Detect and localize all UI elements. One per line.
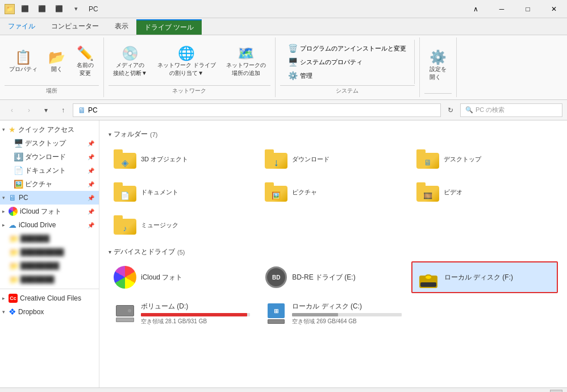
title-bar-left: 📁 ⬛ ⬛ ⬛ ▾ PC — [5, 3, 98, 15]
folder-inner-vid: 🎞️ — [421, 190, 435, 201]
sidebar-item-pc[interactable]: ▾ 🖥 PC 📌 — [0, 191, 99, 205]
icloud-photos-label: iCloud フォト — [20, 207, 85, 216]
cc-label: Creative Cloud Files — [20, 294, 94, 302]
folder-music[interactable]: ♪ ミュージック — [109, 210, 255, 240]
qat-redo[interactable]: ⬛ — [52, 3, 66, 15]
ribbon-btn-manage[interactable]: ⚙️ 管理 — [285, 69, 410, 82]
recent-button[interactable]: ▾ — [39, 103, 53, 118]
sidebar-item-pictures[interactable]: 🖼️ ピクチャ 📌 — [0, 177, 99, 191]
address-input[interactable]: 🖥 PC — [73, 103, 441, 117]
drive-bdre[interactable]: BD BD-RE ドライブ (E:) — [260, 261, 406, 293]
icloud-drive-expand: ▸ — [2, 222, 5, 228]
folder-downloads[interactable]: ↓ ダウンロード — [260, 144, 406, 174]
sidebar-item-icloud-photos[interactable]: ▸ iCloud フォト 📌 — [0, 205, 99, 218]
devices-title: デバイスとドライブ — [114, 247, 175, 257]
folder-pictures[interactable]: 🖼️ ピクチャ — [260, 177, 406, 207]
search-box[interactable]: 🔍 PC の検索 — [460, 103, 562, 117]
sidebar-item-icloud-drive[interactable]: ▸ ☁ iCloud Drive 📌 — [0, 218, 99, 232]
manage-icon: ⚙️ — [288, 71, 298, 80]
drive-volume-d[interactable]: ボリューム (D:) 空き領域 28.1 GB/931 GB — [109, 298, 255, 330]
icloud-drive-icon: ☁ — [9, 220, 16, 230]
volume-d-bar-wrap — [141, 313, 250, 316]
blurred-item-1: 📁 ██████ — [0, 232, 99, 245]
sidebar-item-desktop[interactable]: 🖥️ デスクトップ 📌 — [0, 136, 99, 150]
icloud-photos-icon — [9, 207, 18, 216]
ribbon-btn-rename[interactable]: ✏️ 名前の変更 — [72, 40, 99, 84]
folder-desktop[interactable]: 🖥 デスクトップ — [411, 144, 558, 174]
ribbon-btn-properties[interactable]: 📋 プロパティ — [5, 40, 42, 84]
downloads-icon: ⬇️ — [14, 152, 23, 161]
documents-icon: 📄 — [14, 166, 23, 175]
sidebar-item-creative-cloud[interactable]: ▸ Cc Creative Cloud Files — [0, 291, 99, 305]
qat-undo[interactable]: ⬛ — [35, 3, 49, 15]
tab-drive-tools[interactable]: ドライブ ツール — [136, 19, 202, 35]
ribbon-btn-media[interactable]: 💿 メディアの接続と切断▼ — [109, 40, 152, 84]
forward-button[interactable]: › — [22, 103, 36, 118]
properties-icon: 📋 — [15, 51, 32, 64]
tab-file[interactable]: ファイル — [0, 18, 43, 35]
ribbon-btn-uninstall[interactable]: 🗑️ プログラムのアンインストールと変更 — [285, 42, 410, 55]
folder-3d-icon: ◈ — [114, 148, 136, 170]
quick-access-expand: ▾ — [2, 127, 5, 132]
pin-icon: 📌 — [87, 140, 94, 147]
close-button[interactable]: ✕ — [541, 0, 567, 18]
system-right-group: 🗑️ プログラムのアンインストールと変更 🖥️ システムのプロパティ ⚙️ 管理 — [280, 40, 415, 84]
b3-icon: 📁 — [9, 261, 18, 270]
volume-d-icon — [114, 302, 136, 325]
tab-computer[interactable]: コンピューター — [43, 18, 107, 35]
view-controls: ☰ ⊞ — [535, 390, 562, 393]
sidebar-quick-access-header[interactable]: ▾ ★ クイック アクセス — [0, 123, 99, 136]
folder-documents[interactable]: 📄 ドキュメント — [109, 177, 255, 207]
help-button[interactable]: ∧ — [462, 0, 489, 18]
sidebar-item-downloads[interactable]: ⬇️ ダウンロード 📌 — [0, 150, 99, 164]
local-c-icon: ⊞ — [265, 302, 287, 325]
icloud-photos-drive-name: iCloud フォト — [141, 273, 250, 282]
network-drive-icon: 🌐 — [178, 47, 195, 60]
folder-inner-dl: ↓ — [269, 157, 283, 168]
title-bar: 📁 ⬛ ⬛ ⬛ ▾ PC ∧ ─ □ ✕ — [0, 0, 567, 18]
folders-section-header[interactable]: ▾ フォルダー (7) — [109, 130, 558, 139]
ribbon-btn-system-props[interactable]: 🖥️ システムのプロパティ — [285, 56, 410, 68]
pc-label: PC — [19, 194, 85, 202]
maximize-button[interactable]: □ — [515, 0, 541, 18]
details-view-button[interactable]: ☰ — [535, 390, 548, 393]
ribbon-btn-open[interactable]: 📂 開く — [43, 40, 70, 84]
blurred-item-2: 📁 █████████ — [0, 245, 99, 259]
folder-music-icon: ♪ — [114, 214, 136, 236]
downloads-label: ダウンロード — [25, 152, 85, 162]
minimize-button[interactable]: ─ — [489, 0, 515, 18]
qat-dropdown[interactable]: ▾ — [69, 3, 83, 15]
devices-section-header[interactable]: ▾ デバイスとドライブ (5) — [109, 247, 558, 257]
back-button[interactable]: ‹ — [5, 103, 19, 118]
drive-local-f[interactable]: ローカル ディスク (F:) — [411, 261, 558, 293]
pc-pin-icon: 📌 — [87, 195, 94, 201]
large-icons-view-button[interactable]: ⊞ — [550, 390, 562, 393]
tab-view[interactable]: 表示 — [107, 18, 136, 35]
sidebar-item-dropbox[interactable]: ▾ ❖ Dropbox — [0, 305, 99, 319]
folder-icon-pic: 🖼️ — [265, 182, 287, 202]
settings-icon: ⚙️ — [430, 51, 447, 64]
ribbon-btn-settings[interactable]: ⚙️ 設定を開く — [424, 40, 452, 92]
folder-videos-icon: 🎞️ — [416, 181, 439, 203]
folder-desktop-icon: 🖥 — [416, 148, 439, 170]
volume-d-free: 空き領域 28.1 GB/931 GB — [141, 318, 250, 326]
sidebar-item-documents[interactable]: 📄 ドキュメント 📌 — [0, 164, 99, 177]
dropbox-label: Dropbox — [18, 308, 94, 316]
network-location-icon: 🗺️ — [237, 47, 255, 60]
up-button[interactable]: ↑ — [56, 103, 70, 118]
refresh-button[interactable]: ↻ — [443, 103, 458, 118]
folder-music-label: ミュージック — [141, 221, 178, 229]
qat-save[interactable]: ⬛ — [18, 3, 32, 15]
folder-videos[interactable]: 🎞️ ビデオ — [411, 177, 558, 207]
drive-icloud-photos[interactable]: iCloud フォト — [109, 261, 255, 293]
ribbon-btn-network-drive[interactable]: 🌐 ネットワーク ドライブの割り当て▼ — [153, 40, 220, 84]
settings-label: 設定を開く — [430, 65, 447, 81]
folder-icon-doc: 📄 — [114, 182, 136, 202]
network-group-label: ネットワーク — [109, 85, 270, 95]
open-label: 開く — [51, 65, 62, 73]
folder-3d-objects[interactable]: ◈ 3D オブジェクト — [109, 144, 255, 174]
blurred-item-3: 📁 ████████ — [0, 259, 99, 273]
drive-local-c[interactable]: ⊞ ローカル ディスク (C:) 空き領域 269 GB/464 GB — [260, 298, 406, 330]
ribbon-btn-network-location[interactable]: 🗺️ ネットワークの場所の追加 — [222, 40, 270, 84]
ribbon-content: 📋 プロパティ 📂 開く ✏️ 名前の変更 場所 💿 メディアの接続と切断 — [0, 35, 567, 99]
